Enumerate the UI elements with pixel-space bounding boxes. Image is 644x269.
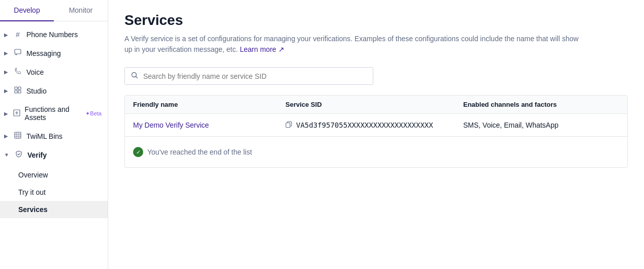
services-label: Services xyxy=(18,205,48,214)
svg-rect-2 xyxy=(18,87,21,89)
sidebar-item-services[interactable]: Services xyxy=(0,201,108,218)
tab-monitor[interactable]: Monitor xyxy=(54,0,108,21)
service-sid-value: VA5d3f957055XXXXXXXXXXXXXXXXXXXX xyxy=(296,121,433,129)
col-enabled-channels: Enabled channels and factors xyxy=(463,101,619,108)
sidebar-item-studio[interactable]: ▶ Studio xyxy=(0,81,108,100)
chevron-right-icon: ▶ xyxy=(4,50,8,56)
svg-rect-4 xyxy=(18,91,21,93)
sidebar-item-phone-numbers[interactable]: ▶ # Phone Numbers xyxy=(0,25,108,44)
col-service-sid: Service SID xyxy=(285,101,463,108)
sidebar-item-label: Studio xyxy=(26,87,47,95)
sidebar-item-functions-assets[interactable]: ▶ Functions and Assets ✦Beta xyxy=(0,100,108,127)
chevron-right-icon: ▶ xyxy=(4,69,8,75)
cell-service-sid: VA5d3f957055XXXXXXXXXXXXXXXXXXXX xyxy=(285,121,463,129)
chevron-right-icon: ▶ xyxy=(4,133,8,139)
sidebar-nav: ▶ # Phone Numbers ▶ Messaging ▶ Voi xyxy=(0,21,108,269)
sidebar-item-overview[interactable]: Overview xyxy=(0,166,108,184)
search-bar[interactable] xyxy=(124,67,373,85)
sidebar-item-label: Functions and Assets xyxy=(25,105,80,122)
svg-line-12 xyxy=(136,77,138,78)
end-of-list-label: You've reached the end of the list xyxy=(147,148,252,156)
hash-icon: # xyxy=(13,31,22,39)
chevron-right-icon: ▶ xyxy=(4,32,8,38)
end-of-list: ✓ You've reached the end of the list xyxy=(125,137,627,167)
sidebar-item-verify[interactable]: ▼ Verify xyxy=(0,145,108,164)
message-icon xyxy=(13,49,22,57)
twiml-icon xyxy=(13,132,22,140)
studio-icon xyxy=(13,86,22,95)
sidebar-item-label: Voice xyxy=(26,68,44,76)
phone-icon xyxy=(13,68,22,76)
tab-develop[interactable]: Develop xyxy=(0,0,54,21)
svg-rect-1 xyxy=(15,87,17,89)
search-input[interactable] xyxy=(143,72,367,80)
chevron-right-icon: ▶ xyxy=(4,88,8,94)
sidebar-item-messaging[interactable]: ▶ Messaging xyxy=(0,44,108,63)
chevron-right-icon: ▶ xyxy=(4,111,8,116)
external-link-icon: ↗ xyxy=(278,45,284,53)
chevron-down-icon: ▼ xyxy=(4,152,9,158)
shield-icon xyxy=(14,151,23,159)
sidebar-item-label: Messaging xyxy=(26,49,61,57)
sidebar: Develop Monitor ▶ # Phone Numbers ▶ Mess… xyxy=(0,0,108,269)
svg-rect-6 xyxy=(15,132,21,138)
search-icon xyxy=(131,72,138,80)
functions-icon xyxy=(13,109,21,118)
col-friendly-name: Friendly name xyxy=(133,101,285,108)
table-row: My Demo Verify Service VA5d3f957055XXXXX… xyxy=(125,114,627,137)
table-header: Friendly name Service SID Enabled channe… xyxy=(125,96,627,114)
sidebar-item-label: Phone Numbers xyxy=(26,31,78,39)
sidebar-item-voice[interactable]: ▶ Voice xyxy=(0,63,108,81)
sidebar-tabs: Develop Monitor xyxy=(0,0,108,21)
sidebar-item-twiml-bins[interactable]: ▶ TwiML Bins xyxy=(0,127,108,145)
page-description: A Verify service is a set of configurati… xyxy=(124,34,582,55)
try-it-out-label: Try it out xyxy=(18,188,46,196)
copy-icon[interactable] xyxy=(285,121,292,129)
sidebar-item-label: TwiML Bins xyxy=(26,132,62,140)
svg-rect-3 xyxy=(15,91,17,93)
cell-friendly-name: My Demo Verify Service xyxy=(133,121,285,129)
service-link[interactable]: My Demo Verify Service xyxy=(133,121,209,129)
overview-label: Overview xyxy=(18,171,48,179)
sidebar-item-try-it-out[interactable]: Try it out xyxy=(0,184,108,201)
learn-more-link[interactable]: Learn more ↗ xyxy=(240,45,284,53)
svg-rect-0 xyxy=(15,49,21,54)
page-title: Services xyxy=(124,12,628,28)
cell-enabled-channels: SMS, Voice, Email, WhatsApp xyxy=(463,121,619,129)
check-circle-icon: ✓ xyxy=(133,147,143,157)
verify-sub-section: Overview Try it out Services xyxy=(0,164,108,220)
svg-rect-14 xyxy=(286,123,290,128)
beta-badge: ✦Beta xyxy=(85,110,102,117)
services-table: Friendly name Service SID Enabled channe… xyxy=(124,95,628,168)
main-content: Services A Verify service is a set of co… xyxy=(108,0,644,269)
sidebar-item-label: Verify xyxy=(27,151,47,159)
